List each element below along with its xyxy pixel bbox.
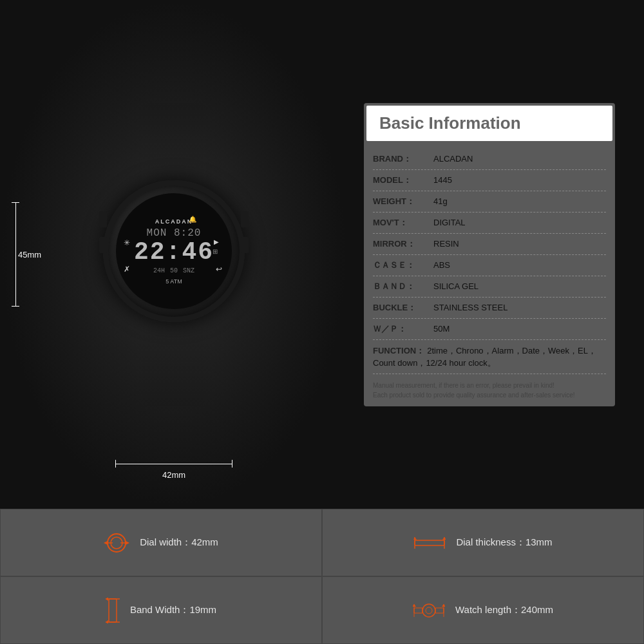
dimension-height bbox=[12, 202, 19, 307]
info-row-label: MODEL： bbox=[373, 175, 431, 186]
svg-point-16 bbox=[422, 604, 435, 617]
info-title: Basic Information bbox=[379, 113, 600, 133]
stat-watch-length: Watch length：240mm bbox=[322, 576, 644, 644]
stat-value: 19mm bbox=[189, 604, 216, 615]
watch-section: 45mm ALCADAN MON 8:20 22:46 24H bbox=[0, 0, 348, 509]
dial-thickness-icon bbox=[413, 536, 446, 549]
info-row-value: SILICA GEL bbox=[433, 281, 478, 291]
dial-width-icon bbox=[104, 531, 129, 554]
dim-h-line bbox=[116, 464, 232, 464]
main-area: 45mm ALCADAN MON 8:20 22:46 24H bbox=[0, 0, 644, 509]
stat-dial-width: Dial width：42mm bbox=[0, 509, 322, 576]
stat-value: 13mm bbox=[526, 536, 553, 547]
stat-label: Dial thickness： bbox=[456, 536, 526, 547]
svg-point-17 bbox=[426, 607, 432, 614]
dim-42mm-label: 42mm bbox=[162, 470, 185, 480]
info-row-label: MIRROR： bbox=[373, 238, 431, 250]
info-row: ＣＡＳＥ：ABS bbox=[373, 255, 606, 276]
info-title-bar: Basic Information bbox=[366, 106, 612, 141]
info-row-label: ＣＡＳＥ： bbox=[373, 260, 431, 271]
watch-button-bot-left bbox=[99, 237, 107, 253]
watch-button-mid-right bbox=[241, 237, 249, 253]
svg-rect-18 bbox=[414, 608, 422, 613]
watch-strap-bottom bbox=[142, 322, 206, 406]
stat-value: 42mm bbox=[191, 536, 218, 547]
svg-rect-19 bbox=[435, 608, 444, 613]
watch-length-icon bbox=[413, 599, 445, 622]
info-row: MOV'T：DIGITAL bbox=[373, 213, 606, 234]
watch-brand: ALCADAN bbox=[155, 218, 193, 225]
stat-value: 240mm bbox=[521, 604, 553, 615]
dim-v-line bbox=[15, 203, 16, 306]
watch-bottom-row: 24H 50 SNZ bbox=[153, 267, 194, 274]
stat-label: Band Width： bbox=[130, 604, 190, 615]
dim-45mm-label: 45mm bbox=[18, 250, 41, 260]
watch-button-top-right bbox=[241, 211, 249, 227]
info-note: Manual measurement, if there is an error… bbox=[373, 374, 606, 404]
grid-icon: ⊞ bbox=[213, 248, 218, 255]
info-row-label: ＢＡＮＤ： bbox=[373, 281, 431, 292]
watch-main-time: 22:46 bbox=[134, 240, 214, 265]
svg-rect-6 bbox=[415, 540, 444, 545]
info-row: WEIGHT：41g bbox=[373, 191, 606, 213]
svg-marker-4 bbox=[104, 541, 108, 545]
watch-24h: 24H bbox=[153, 267, 165, 274]
watch-top-row: MON 8:20 bbox=[147, 227, 202, 239]
info-section: Basic Information BRAND：ALCADANMODEL：144… bbox=[348, 0, 631, 509]
bottom-stats: Dial width：42mm Dial thickness：13mm bbox=[0, 509, 644, 644]
stat-label: Dial width： bbox=[140, 536, 191, 547]
info-row-value: 50M bbox=[433, 324, 450, 334]
play-icon: ▶ bbox=[214, 238, 219, 245]
watch-strap-top bbox=[142, 103, 206, 180]
svg-rect-11 bbox=[109, 599, 117, 622]
info-row-label: BRAND： bbox=[373, 153, 431, 165]
watch-step: 50 bbox=[170, 267, 178, 274]
watch-container: ALCADAN MON 8:20 22:46 24H 50 SNZ 5 ATM bbox=[103, 103, 245, 406]
watch-body: ALCADAN MON 8:20 22:46 24H 50 SNZ 5 ATM bbox=[103, 180, 245, 322]
info-function-label: FUNCTION： bbox=[373, 346, 424, 355]
info-row-value: RESIN bbox=[433, 239, 459, 249]
stat-dial-width-text: Dial width：42mm bbox=[140, 536, 218, 549]
info-row: ＢＡＮＤ：SILICA GEL bbox=[373, 276, 606, 298]
bell-icon: 🔔 bbox=[189, 216, 196, 223]
info-row-label: Ｗ／Ｐ： bbox=[373, 323, 431, 335]
undo-icon: ↩ bbox=[216, 265, 222, 274]
svg-marker-5 bbox=[126, 541, 129, 545]
info-row-value: STAINLESS STEEL bbox=[433, 303, 507, 312]
info-row-value: ABS bbox=[433, 260, 450, 270]
stat-band-width-text: Band Width：19mm bbox=[130, 604, 216, 616]
info-row: BRAND：ALCADAN bbox=[373, 149, 606, 170]
info-row-value: 1445 bbox=[433, 175, 452, 185]
info-row: MIRROR：RESIN bbox=[373, 234, 606, 255]
info-card: Basic Information BRAND：ALCADANMODEL：144… bbox=[364, 103, 615, 406]
info-rows: BRAND：ALCADANMODEL：1445WEIGHT：41gMOV'T：D… bbox=[366, 149, 612, 404]
info-row: MODEL：1445 bbox=[373, 170, 606, 191]
info-row-value: ALCADAN bbox=[433, 154, 473, 164]
info-row-value: 41g bbox=[433, 196, 448, 206]
stat-dial-thickness: Dial thickness：13mm bbox=[322, 509, 644, 576]
snowflake-icon: ✳ bbox=[124, 238, 130, 247]
info-row-label: WEIGHT： bbox=[373, 196, 431, 207]
dim-tick-right bbox=[232, 460, 232, 468]
info-row: Ｗ／Ｐ：50M bbox=[373, 319, 606, 340]
watch-atm: 5 ATM bbox=[166, 278, 182, 285]
watch-face: ALCADAN MON 8:20 22:46 24H 50 SNZ 5 ATM bbox=[116, 193, 232, 309]
watch-button-top-left bbox=[99, 211, 107, 227]
info-row-value: DIGITAL bbox=[433, 218, 466, 227]
info-function-row: FUNCTION：2time，Chrono，Alarm，Date，Week，EL… bbox=[373, 340, 606, 374]
info-row-label: MOV'T： bbox=[373, 217, 431, 229]
stat-watch-length-text: Watch length：240mm bbox=[455, 604, 553, 616]
info-row-label: BUCKLE： bbox=[373, 302, 431, 314]
band-width-icon bbox=[106, 598, 120, 623]
cross-icon: ✗ bbox=[124, 265, 130, 274]
stat-label: Watch length： bbox=[455, 604, 521, 615]
dimension-width: 42mm bbox=[115, 460, 232, 480]
info-row: BUCKLE：STAINLESS STEEL bbox=[373, 298, 606, 319]
watch-snz: SNZ bbox=[183, 267, 194, 274]
watch-day-time: MON 8:20 bbox=[147, 227, 202, 239]
dim-h-row bbox=[115, 460, 232, 468]
dim-tick bbox=[12, 306, 19, 307]
stat-band-width: Band Width：19mm bbox=[0, 576, 322, 644]
stat-dial-thickness-text: Dial thickness：13mm bbox=[456, 536, 552, 549]
